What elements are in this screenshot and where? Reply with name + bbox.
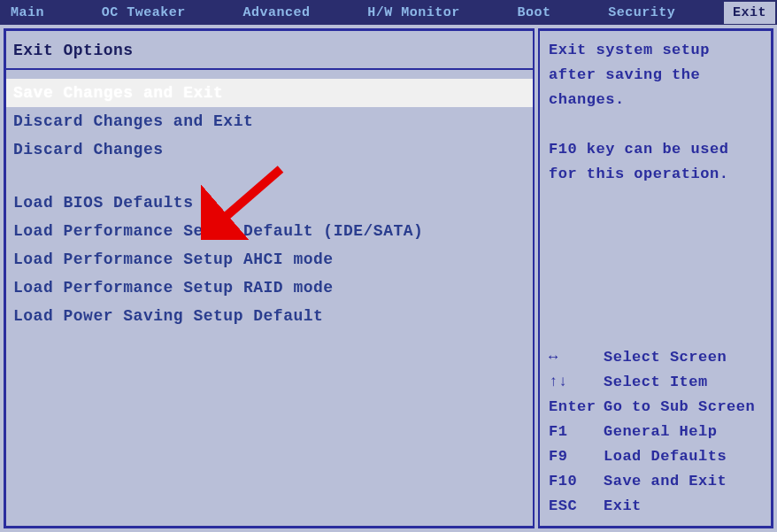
nav-save-exit: F10 Save and Exit bbox=[549, 469, 762, 494]
tab-hw-monitor[interactable]: H/W Monitor bbox=[358, 2, 469, 24]
nav-desc: Select Item bbox=[604, 370, 762, 395]
nav-desc: Go to Sub Screen bbox=[604, 395, 762, 420]
nav-desc: Load Defaults bbox=[604, 444, 762, 469]
navigation-help: ↔ Select Screen ↑↓ Select Item Enter Go … bbox=[549, 345, 762, 519]
nav-desc: Select Screen bbox=[604, 345, 762, 370]
menu-load-power-saving[interactable]: Load Power Saving Setup Default bbox=[6, 302, 533, 330]
nav-key: F9 bbox=[549, 444, 604, 469]
nav-key: F10 bbox=[549, 469, 604, 494]
menu-discard-changes-exit[interactable]: Discard Changes and Exit bbox=[6, 107, 533, 135]
help-line: after saving the bbox=[549, 63, 762, 88]
menu-save-changes-exit[interactable]: Save Changes and Exit bbox=[6, 79, 533, 107]
tab-main[interactable]: Main bbox=[2, 2, 53, 24]
nav-key: Enter bbox=[549, 395, 604, 420]
bios-tab-bar: Main OC Tweaker Advanced H/W Monitor Boo… bbox=[0, 0, 777, 25]
nav-key: ↔ bbox=[549, 345, 604, 370]
help-line: Exit system setup bbox=[549, 38, 762, 63]
nav-sub-screen: Enter Go to Sub Screen bbox=[549, 395, 762, 420]
divider bbox=[6, 68, 533, 70]
menu-load-perf-raid[interactable]: Load Performance Setup RAID mode bbox=[6, 274, 533, 302]
tab-security[interactable]: Security bbox=[599, 2, 684, 24]
nav-desc: Save and Exit bbox=[604, 469, 762, 494]
tab-oc-tweaker[interactable]: OC Tweaker bbox=[93, 2, 195, 24]
tab-advanced[interactable]: Advanced bbox=[234, 2, 319, 24]
help-text: Exit system setup after saving the chang… bbox=[549, 38, 762, 187]
section-title: Exit Options bbox=[6, 38, 533, 68]
menu-load-perf-ide-sata[interactable]: Load Performance Setup Default (IDE/SATA… bbox=[6, 217, 533, 245]
nav-select-item: ↑↓ Select Item bbox=[549, 370, 762, 395]
help-line: for this operation. bbox=[549, 162, 762, 187]
tab-boot[interactable]: Boot bbox=[508, 2, 559, 24]
help-panel: Exit system setup after saving the chang… bbox=[538, 28, 773, 528]
nav-load-defaults: F9 Load Defaults bbox=[549, 444, 762, 469]
menu-load-perf-ahci[interactable]: Load Performance Setup AHCI mode bbox=[6, 245, 533, 274]
nav-general-help: F1 General Help bbox=[549, 420, 762, 444]
tab-exit[interactable]: Exit bbox=[724, 2, 775, 24]
nav-select-screen: ↔ Select Screen bbox=[549, 345, 762, 370]
exit-options-panel: Exit Options Save Changes and Exit Disca… bbox=[4, 28, 535, 528]
menu-load-bios-defaults[interactable]: Load BIOS Defaults bbox=[6, 189, 533, 217]
nav-key: ESC bbox=[549, 494, 604, 519]
nav-exit: ESC Exit bbox=[549, 494, 762, 519]
nav-key: ↑↓ bbox=[549, 370, 604, 395]
nav-desc: General Help bbox=[604, 420, 762, 444]
menu-discard-changes[interactable]: Discard Changes bbox=[6, 135, 533, 164]
nav-desc: Exit bbox=[604, 494, 762, 519]
help-line: F10 key can be used bbox=[549, 137, 762, 162]
nav-key: F1 bbox=[549, 420, 604, 444]
help-line: changes. bbox=[549, 88, 762, 112]
